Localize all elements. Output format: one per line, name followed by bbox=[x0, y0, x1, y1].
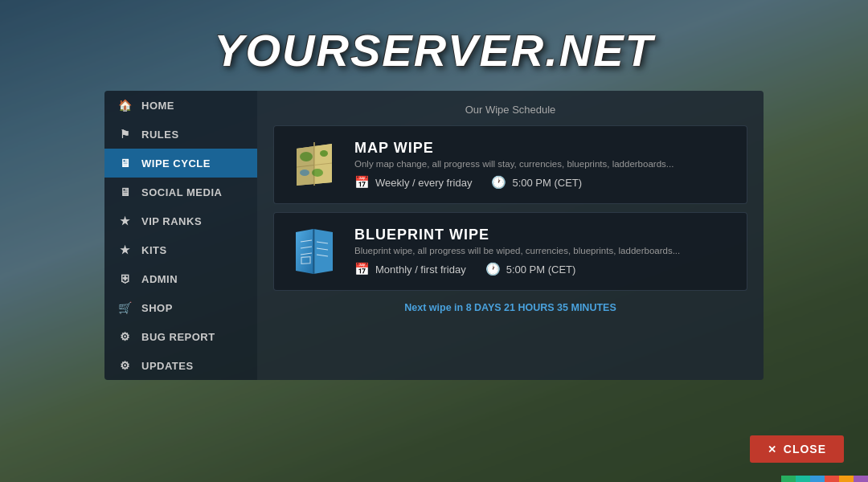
sidebar-label-bug-report: BUG REPORT bbox=[141, 331, 215, 343]
sidebar-item-updates[interactable]: ⚙ UPDATES bbox=[104, 351, 257, 380]
sidebar-label-kits: KITS bbox=[141, 244, 167, 256]
sidebar-item-bug-report[interactable]: ⚙ BUG REPORT bbox=[104, 322, 257, 351]
map-wipe-schedule: 📅 Weekly / every friday bbox=[354, 175, 472, 190]
social-media-icon: 🖥 bbox=[119, 186, 132, 198]
sidebar-item-rules[interactable]: ⚑ RULES bbox=[104, 120, 257, 149]
sidebar-item-home[interactable]: 🏠 HOME bbox=[104, 91, 257, 120]
next-wipe-bar: Next wipe in 8 DAYS 21 HOURS 35 MINUTES bbox=[273, 302, 747, 313]
sidebar-item-kits[interactable]: ★ KITS bbox=[104, 235, 257, 264]
map-wipe-icon bbox=[289, 139, 340, 190]
main-panel: Our Wipe Schedule bbox=[257, 91, 764, 380]
strip-orange bbox=[839, 476, 854, 482]
server-title: YOURSERVER.NET bbox=[214, 24, 654, 76]
calendar-icon: 📅 bbox=[354, 175, 370, 190]
blueprint-wipe-meta: 📅 Monthly / first friday 🕐 5:00 PM (CET) bbox=[354, 262, 735, 276]
strip-red bbox=[825, 476, 839, 482]
sidebar-item-wipe-cycle[interactable]: 🖥 WIPE CYCLE bbox=[104, 149, 257, 178]
blueprint-wipe-desc: Blueprint wipe, all progress will be wip… bbox=[354, 246, 735, 255]
svg-marker-9 bbox=[296, 229, 313, 274]
blueprint-wipe-schedule: 📅 Monthly / first friday bbox=[354, 262, 466, 276]
kits-icon: ★ bbox=[119, 243, 132, 256]
strip-blue bbox=[810, 476, 825, 482]
blueprint-wipe-card: BLUEPRINT WIPE Blueprint wipe, all progr… bbox=[273, 212, 747, 291]
sidebar-label-social-media: SOCIAL MEDIA bbox=[141, 186, 222, 198]
sidebar-item-vip-ranks[interactable]: ★ VIP RANKS bbox=[104, 206, 257, 235]
map-wipe-card: MAP WIPE Only map change, all progress w… bbox=[273, 125, 747, 204]
updates-icon: ⚙ bbox=[119, 359, 132, 372]
strip-green bbox=[781, 476, 796, 482]
map-wipe-name: MAP WIPE bbox=[354, 140, 735, 157]
clock-icon: 🕐 bbox=[491, 175, 506, 190]
wipe-cycle-icon: 🖥 bbox=[119, 157, 132, 170]
color-strip bbox=[781, 476, 868, 482]
blueprint-wipe-info: BLUEPRINT WIPE Blueprint wipe, all progr… bbox=[354, 227, 735, 276]
close-label: CLOSE bbox=[784, 443, 826, 455]
rules-icon: ⚑ bbox=[119, 128, 132, 141]
map-wipe-info: MAP WIPE Only map change, all progress w… bbox=[354, 140, 735, 190]
svg-marker-19 bbox=[313, 229, 315, 274]
calendar-icon-2: 📅 bbox=[354, 262, 370, 276]
strip-purple bbox=[854, 476, 868, 482]
blueprint-wipe-icon-box bbox=[285, 223, 343, 280]
vip-ranks-icon: ★ bbox=[119, 214, 132, 227]
sidebar-label-updates: UPDATES bbox=[141, 360, 194, 372]
sidebar-label-home: HOME bbox=[141, 100, 174, 112]
home-icon: 🏠 bbox=[119, 99, 132, 112]
shop-icon: 🛒 bbox=[119, 301, 132, 314]
svg-point-5 bbox=[320, 150, 328, 157]
map-wipe-icon-box bbox=[285, 136, 343, 194]
close-x-mark: ✕ bbox=[768, 443, 777, 455]
sidebar-label-rules: RULES bbox=[141, 129, 179, 141]
content-area: 🏠 HOME ⚑ RULES 🖥 WIPE CYCLE 🖥 SOCIAL MED… bbox=[104, 91, 764, 380]
blueprint-wipe-time: 🕐 5:00 PM (CET) bbox=[485, 262, 576, 276]
strip-teal bbox=[796, 476, 810, 482]
next-wipe-value: 8 DAYS 21 HOURS 35 MINUTES bbox=[466, 302, 616, 313]
map-wipe-meta: 📅 Weekly / every friday 🕐 5:00 PM (CET) bbox=[354, 175, 735, 190]
map-wipe-desc: Only map change, all progress will stay,… bbox=[354, 159, 735, 169]
panel-title: Our Wipe Schedule bbox=[273, 104, 747, 116]
svg-marker-10 bbox=[313, 229, 333, 274]
sidebar-label-admin: ADMIN bbox=[141, 273, 178, 285]
sidebar-item-admin[interactable]: ⛨ ADMIN bbox=[104, 264, 257, 293]
clock-icon-2: 🕐 bbox=[485, 262, 501, 276]
map-wipe-time: 🕐 5:00 PM (CET) bbox=[491, 175, 582, 190]
sidebar-label-shop: SHOP bbox=[141, 302, 173, 314]
sidebar-item-social-media[interactable]: 🖥 SOCIAL MEDIA bbox=[104, 178, 257, 206]
blueprint-wipe-name: BLUEPRINT WIPE bbox=[354, 227, 735, 243]
sidebar-label-vip-ranks: VIP RANKS bbox=[141, 215, 202, 227]
blueprint-wipe-icon bbox=[291, 226, 338, 277]
svg-marker-8 bbox=[297, 146, 314, 186]
sidebar-label-wipe-cycle: WIPE CYCLE bbox=[141, 157, 211, 170]
bug-report-icon: ⚙ bbox=[119, 330, 132, 343]
sidebar-item-shop[interactable]: 🛒 SHOP bbox=[104, 293, 257, 322]
close-button[interactable]: ✕ CLOSE bbox=[750, 435, 844, 463]
admin-icon: ⛨ bbox=[119, 272, 132, 285]
sidebar: 🏠 HOME ⚑ RULES 🖥 WIPE CYCLE 🖥 SOCIAL MED… bbox=[104, 91, 257, 380]
